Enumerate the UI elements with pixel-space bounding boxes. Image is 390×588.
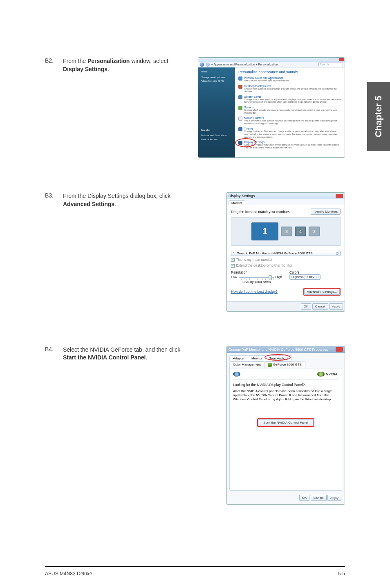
step-b2: B2. From the Personalization window, sel…	[45, 57, 345, 159]
checkbox-extend-desktop[interactable]	[231, 264, 235, 268]
search-input[interactable]: Search	[318, 63, 343, 66]
start-nvidia-control-panel-button[interactable]: Start the NVIDIA Control Panel	[258, 419, 313, 426]
tab-monitor[interactable]: Monitor	[248, 355, 266, 361]
checkbox-label: This is my main monitor	[236, 258, 273, 262]
sounds-icon	[238, 106, 242, 110]
tab-color-management[interactable]: Color Management	[229, 361, 264, 368]
display-settings-dialog-figure: Display Settings Monitor Drag the icons …	[226, 192, 345, 312]
tab-geforce[interactable]: GeForce 8600 GTS	[264, 361, 305, 368]
step-number: B4.	[45, 346, 63, 352]
sidebar-item[interactable]: Adjust font size (DPI)	[201, 79, 233, 83]
personalization-window-figure: « Appearance and Personalization ▸ Perso…	[198, 57, 345, 158]
colors-label: Colors:	[289, 270, 341, 274]
nvidia-logo: NVIDIA.	[317, 372, 338, 377]
sidebar-heading: Tasks	[201, 70, 233, 74]
personalization-main: Personalize appearance and sounds Window…	[235, 67, 345, 157]
drag-instruction: Drag the icons to match your monitors.	[231, 210, 291, 214]
pers-item-desktop-background[interactable]: Desktop BackgroundChoose from available …	[238, 85, 341, 93]
page-footer: ASUS M4N82 Deluxe 5-5	[45, 567, 345, 577]
monitor-3[interactable]: 3	[281, 227, 292, 236]
theme-icon	[238, 127, 242, 131]
minimize-button[interactable]	[328, 58, 333, 61]
apply-button[interactable]: Apply	[329, 303, 343, 310]
annotation-highlight: Advanced Settings...	[303, 288, 341, 296]
chevron-down-icon	[336, 252, 338, 255]
close-button[interactable]	[336, 194, 343, 198]
dialog-title: Generic PnP Monitor and NVIDIA GeForce 8…	[229, 348, 328, 352]
nvidia-eye-icon	[317, 372, 325, 377]
resolution-slider[interactable]: Low High	[231, 274, 282, 280]
sidebar-heading: See also	[201, 128, 233, 132]
sidebar-item[interactable]: Taskbar and Start Menu	[201, 134, 233, 138]
cancel-button[interactable]: Cancel	[311, 495, 327, 501]
close-button[interactable]	[336, 347, 343, 352]
ok-button[interactable]: OK	[299, 495, 310, 501]
step-b3: B3. From the Display Settings dialog box…	[45, 192, 345, 313]
colors-select[interactable]: Highest (32 bit)	[289, 274, 321, 280]
step-text: From the Display Settings dialog box, cl…	[63, 192, 186, 313]
resolution-value: 1920 by 1200 pixels	[231, 280, 282, 284]
slider-low-label: Low	[231, 275, 237, 279]
properties-dialog-figure: Generic PnP Monitor and NVIDIA GeForce 8…	[226, 346, 345, 505]
window-color-icon	[238, 76, 242, 81]
breadcrumb[interactable]: « Appearance and Personalization ▸ Perso…	[211, 63, 278, 66]
dialog-titlebar: Display Settings	[227, 193, 345, 199]
chevron-down-icon	[316, 276, 318, 278]
monitor-2[interactable]: 2	[309, 227, 320, 236]
screen-saver-icon	[238, 95, 242, 99]
step-text: From the Personalization window, select …	[63, 57, 186, 159]
tab-adapter[interactable]: Adapter	[229, 355, 248, 361]
step-b4: B4. Select the NVIDIA GeForce tab, and t…	[45, 346, 345, 506]
nvidia-icon	[268, 363, 272, 367]
step-text: Select the NVIDIA GeForce tab, and then …	[63, 346, 186, 506]
eye-icon	[233, 372, 240, 377]
close-button[interactable]	[339, 58, 344, 61]
chapter-tab: Chapter 5	[367, 82, 390, 151]
vendor-eye-logo	[233, 372, 240, 377]
help-link[interactable]: How do I get the best display?	[231, 290, 278, 294]
footer-page-number: 5-5	[338, 571, 345, 577]
pers-item-display-settings[interactable]: Display SettingsAdjust your monitor reso…	[238, 141, 341, 149]
monitor-select[interactable]: 1. Generic PnP Monitor on NVIDIA GeForce…	[231, 251, 341, 256]
pers-item-mouse-pointers[interactable]: Mouse PointersPick a different mouse poi…	[238, 117, 341, 125]
annotation-circle	[235, 138, 256, 147]
page-heading: Personalize appearance and sounds	[238, 70, 341, 74]
annotation-highlight: Start the NVIDIA Control Panel	[257, 418, 314, 427]
slider-high-label: High	[276, 275, 282, 279]
monitor-4[interactable]: 4	[295, 227, 306, 236]
step-number: B2.	[45, 57, 63, 64]
tab-troubleshoot[interactable]: Troubleshoot	[266, 355, 292, 361]
desktop-bg-icon	[238, 85, 242, 89]
apply-button[interactable]: Apply	[327, 495, 341, 501]
tab-monitor[interactable]: Monitor	[229, 200, 245, 205]
checkbox-label: Extend the desktop onto this monitor	[236, 263, 292, 267]
step-number: B3.	[45, 192, 63, 199]
checkbox-main-monitor[interactable]	[231, 258, 235, 262]
sidebar-item[interactable]: Ease of Access	[201, 138, 233, 142]
pers-item-sounds[interactable]: SoundsChange which sounds are heard when…	[238, 106, 341, 114]
cancel-button[interactable]: Cancel	[312, 303, 328, 310]
explain-text: All of the NVIDIA control panels have be…	[233, 389, 338, 402]
address-bar: « Appearance and Personalization ▸ Perso…	[198, 62, 345, 67]
footer-left: ASUS M4N82 Deluxe	[45, 571, 92, 577]
ok-button[interactable]: OK	[301, 303, 312, 310]
window-titlebar	[198, 58, 345, 62]
dialog-title: Display Settings	[229, 194, 255, 198]
mouse-icon	[238, 117, 242, 121]
question-text: Looking for the NVIDIA Display Control P…	[233, 383, 338, 387]
dialog-titlebar: Generic PnP Monitor and NVIDIA GeForce 8…	[227, 346, 345, 353]
pers-item-screen-saver[interactable]: Screen SaverChange your screen saver or …	[238, 95, 341, 103]
pers-item-window-color[interactable]: Window Color and AppearanceFine tune the…	[238, 76, 341, 82]
resolution-label: Resolution:	[231, 270, 282, 274]
identify-monitors-button[interactable]: Identify Monitors	[311, 209, 341, 215]
pers-item-theme[interactable]: ThemeChange the theme. Themes can change…	[238, 127, 341, 138]
tasks-sidebar: Tasks Change desktop icons Adjust font s…	[198, 67, 235, 157]
maximize-button[interactable]	[334, 58, 338, 61]
advanced-settings-button[interactable]: Advanced Settings...	[304, 289, 340, 295]
sidebar-item[interactable]: Change desktop icons	[201, 76, 233, 80]
monitor-1[interactable]: 1	[251, 222, 278, 240]
nav-forward-icon[interactable]	[206, 63, 210, 67]
nav-back-icon[interactable]	[200, 63, 204, 67]
monitor-arrangement[interactable]: 1 3 4 2	[231, 217, 341, 246]
